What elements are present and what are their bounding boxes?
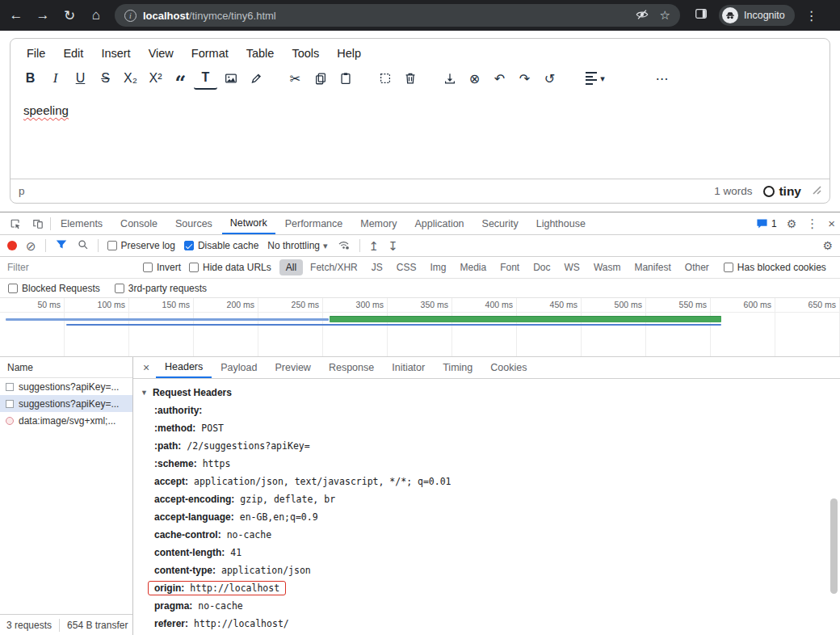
tab-lighthouse[interactable]: Lighthouse: [528, 212, 594, 234]
paste-button[interactable]: [334, 67, 357, 90]
network-settings-icon[interactable]: ⚙: [822, 239, 833, 252]
filter-wasm[interactable]: Wasm: [587, 259, 628, 275]
strikethrough-button[interactable]: S: [94, 67, 117, 90]
menu-view[interactable]: View: [141, 44, 182, 63]
record-icon[interactable]: [7, 241, 17, 250]
detail-tab-cookies[interactable]: Cookies: [481, 357, 536, 378]
menu-table[interactable]: Table: [238, 44, 283, 63]
browser-menu-icon[interactable]: ⋮: [805, 8, 818, 23]
resize-handle-icon[interactable]: [813, 185, 821, 197]
disable-cache-box[interactable]: [184, 241, 194, 250]
export-button[interactable]: [438, 67, 461, 90]
element-path[interactable]: p: [19, 185, 25, 197]
tab-application[interactable]: Application: [406, 212, 472, 234]
filter-input[interactable]: [7, 260, 135, 275]
devtools-menu-icon[interactable]: ⋮: [806, 217, 818, 231]
close-detail-icon[interactable]: ×: [136, 361, 156, 374]
undo-button[interactable]: ↶: [488, 67, 511, 90]
home-icon[interactable]: ⌂: [88, 7, 104, 23]
menu-tools[interactable]: Tools: [284, 44, 327, 63]
blocked-requests-checkbox[interactable]: Blocked Requests: [8, 283, 100, 294]
hide-data-urls-box[interactable]: [189, 263, 199, 272]
search-icon[interactable]: [77, 238, 89, 253]
copy-button[interactable]: [309, 67, 332, 90]
bookmark-star-icon[interactable]: ☆: [660, 8, 670, 23]
filter-css[interactable]: CSS: [390, 259, 423, 275]
blockquote-button[interactable]: “: [169, 67, 192, 90]
detail-tab-preview[interactable]: Preview: [266, 357, 319, 378]
italic-button[interactable]: I: [44, 67, 67, 90]
detail-tab-initiator[interactable]: Initiator: [383, 357, 434, 378]
subscript-button[interactable]: X₂: [119, 67, 142, 90]
preserve-log-checkbox[interactable]: Preserve log: [107, 240, 175, 251]
superscript-button[interactable]: X²: [144, 67, 167, 90]
has-blocked-cookies-checkbox[interactable]: Has blocked cookies: [724, 262, 826, 273]
word-count[interactable]: 1 words: [714, 185, 752, 197]
tab-performance[interactable]: Performance: [277, 212, 351, 234]
tiny-brand[interactable]: tiny: [763, 184, 801, 199]
filter-toggle-icon[interactable]: [55, 238, 68, 253]
menu-file[interactable]: File: [19, 44, 53, 63]
insert-image-button[interactable]: [219, 67, 242, 90]
request-row[interactable]: data:image/svg+xml;...: [0, 412, 132, 429]
throttling-select[interactable]: No throttling▾: [267, 240, 327, 251]
forward-icon[interactable]: →: [35, 7, 51, 23]
menu-edit[interactable]: Edit: [55, 44, 91, 63]
detail-tab-payload[interactable]: Payload: [212, 357, 266, 378]
devtools-settings-icon[interactable]: ⚙: [787, 217, 797, 230]
scrollbar-thumb[interactable]: [830, 498, 838, 594]
third-party-checkbox[interactable]: 3rd-party requests: [115, 283, 207, 294]
filter-js[interactable]: JS: [365, 259, 389, 275]
blocked-requests-box[interactable]: [8, 284, 18, 293]
menu-insert[interactable]: Insert: [93, 44, 138, 63]
filter-doc[interactable]: Doc: [527, 259, 556, 275]
filter-img[interactable]: Img: [423, 259, 452, 275]
detail-tab-timing[interactable]: Timing: [434, 357, 481, 378]
third-party-box[interactable]: [115, 284, 124, 293]
network-overview-timeline[interactable]: 50 ms 100 ms 150 ms 200 ms 250 ms 300 ms…: [0, 298, 840, 357]
tab-security[interactable]: Security: [474, 212, 527, 234]
filter-other[interactable]: Other: [678, 259, 716, 275]
tab-elements[interactable]: Elements: [52, 212, 111, 234]
hide-data-urls-checkbox[interactable]: Hide data URLs: [189, 262, 271, 273]
has-blocked-cookies-box[interactable]: [724, 263, 733, 272]
address-bar[interactable]: i localhost/tinymce/tiny6.html ☆: [115, 4, 680, 27]
filter-ws[interactable]: WS: [558, 259, 586, 275]
filter-media[interactable]: Media: [453, 259, 493, 275]
underline-button[interactable]: U: [69, 67, 92, 90]
request-row[interactable]: suggestions?apiKey=...: [0, 378, 132, 395]
request-headers-section[interactable]: ▼ Request Headers: [141, 384, 840, 402]
invert-box[interactable]: [143, 263, 153, 272]
issues-counter[interactable]: 1: [756, 218, 777, 229]
tab-network[interactable]: Network: [222, 212, 275, 234]
side-panel-icon[interactable]: [694, 6, 708, 24]
filter-fetch-xhr[interactable]: Fetch/XHR: [304, 259, 364, 275]
clear-icon[interactable]: ⊘: [26, 240, 36, 252]
back-icon[interactable]: ←: [8, 7, 24, 23]
select-all-button[interactable]: [373, 67, 397, 90]
filter-manifest[interactable]: Manifest: [628, 259, 677, 275]
collapse-triangle-icon[interactable]: ▼: [141, 389, 148, 397]
detail-tab-headers[interactable]: Headers: [156, 357, 212, 378]
disable-cache-checkbox[interactable]: Disable cache: [184, 240, 258, 251]
restore-draft-button[interactable]: ↺: [538, 67, 561, 90]
detail-tab-response[interactable]: Response: [320, 357, 383, 378]
incognito-badge[interactable]: Incognito: [719, 5, 795, 26]
tab-sources[interactable]: Sources: [167, 212, 220, 234]
reload-icon[interactable]: ↻: [61, 7, 78, 24]
request-row-selected[interactable]: suggestions?apiKey=...: [0, 395, 132, 412]
invert-checkbox[interactable]: Invert: [143, 262, 181, 273]
align-button[interactable]: ▾: [578, 67, 613, 90]
menu-help[interactable]: Help: [329, 44, 369, 63]
requests-name-header[interactable]: Name: [0, 357, 132, 378]
site-info-icon[interactable]: i: [124, 10, 136, 22]
device-toolbar-icon[interactable]: [27, 213, 48, 234]
cancel-button[interactable]: ⊗: [463, 67, 486, 90]
editor-content[interactable]: speeling: [10, 95, 830, 179]
tab-memory[interactable]: Memory: [352, 212, 405, 234]
eye-off-icon[interactable]: [635, 7, 649, 24]
export-har-icon[interactable]: ↧: [388, 240, 398, 252]
format-painter-button[interactable]: T: [194, 67, 217, 90]
more-toolbar-button[interactable]: ⋯: [650, 67, 674, 90]
import-har-icon[interactable]: ↥: [369, 240, 380, 252]
